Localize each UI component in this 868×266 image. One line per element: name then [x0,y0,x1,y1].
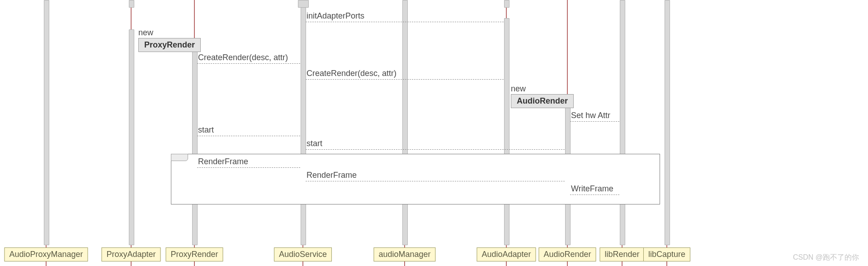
sequence-diagram: AudioProxyManager ProxyAdapter ProxyRend… [0,0,868,266]
msg-start-2: start [306,149,565,150]
activation-audio-manager [402,0,408,245]
activation-audio-proxy-manager [44,0,49,245]
participant-lib-render: libRender [599,247,644,261]
participant-proxy-adapter: ProxyAdapter [101,247,160,261]
label-new-proxy-render: new [138,28,153,38]
activation-audio-adapter-b [504,18,509,245]
label-new-audio-render: new [511,84,526,94]
object-audio-render: AudioRender [511,94,574,108]
msg-create-render-1: CreateRender(desc, attr) [197,63,300,64]
msg-render-frame-2: RenderFrame [306,181,565,181]
participant-audio-adapter: AudioAdapter [476,247,536,261]
participant-audio-service: AudioService [274,247,332,261]
msg-label: Set hw Attr [571,111,610,120]
msg-start-1: start [197,136,300,136]
activation-proxy-render [192,51,198,245]
object-proxy-render: ProxyRender [138,38,201,52]
loop-tab-icon [171,154,188,161]
msg-label: start [198,125,214,135]
msg-label: CreateRender(desc, attr) [307,69,396,78]
msg-label: start [307,139,322,148]
msg-write-frame: WriteFrame [570,195,619,195]
activation-audio-adapter-a [504,0,509,8]
activation-proxy-adapter-b [129,29,134,245]
msg-render-frame-1: RenderFrame [197,167,300,168]
participant-audio-render: AudioRender [538,247,596,261]
participant-audio-proxy-manager: AudioProxyManager [4,247,88,261]
msg-create-render-2: CreateRender(desc, attr) [306,79,504,80]
activation-lib-render-a [620,0,625,245]
msg-init-adapter-ports: initAdapterPorts [306,22,504,22]
msg-label: initAdapterPorts [307,11,364,21]
participant-audio-manager: audioManager [373,247,435,261]
msg-label: WriteFrame [571,184,613,194]
participant-lib-capture: libCapture [643,247,690,261]
msg-label: RenderFrame [198,157,248,166]
participant-proxy-render: ProxyRender [165,247,223,261]
activation-audio-service [301,0,306,245]
msg-set-hw-attr: Set hw Attr [570,121,619,122]
activation-proxy-adapter-a [129,0,134,8]
watermark: CSDN @跑不了的你 [793,253,859,262]
msg-label: RenderFrame [307,171,357,180]
msg-label: CreateRender(desc, attr) [198,53,288,62]
activation-audio-service-top [298,0,309,8]
activation-lib-capture [665,0,670,245]
